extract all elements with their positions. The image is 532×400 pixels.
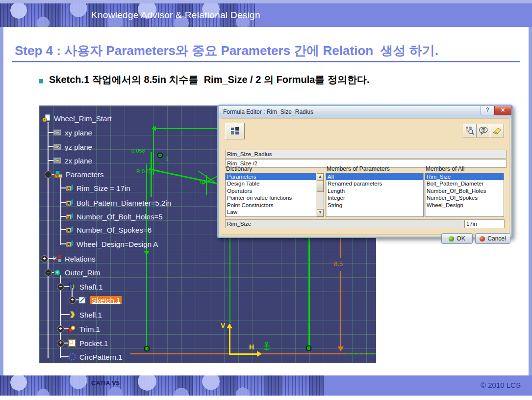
tree-item-label[interactable]: Shell.1 <box>79 311 102 319</box>
tree-item-label[interactable]: Trim.1 <box>79 325 100 333</box>
tree-item-wheel-rim-start[interactable]: Wheel_Rim_Start <box>42 113 112 123</box>
v-axis-arrow <box>227 320 232 328</box>
list-item[interactable]: Operators <box>226 187 316 194</box>
sketch-line[interactable] <box>206 175 207 195</box>
tree-expand-icon[interactable]: + <box>57 325 64 333</box>
dialog-titlebar[interactable]: Formula Editor : Rim_Size_Radius <box>219 106 511 118</box>
tree-item-trim-1[interactable]: Trim.1 <box>68 324 100 334</box>
parameter-name-field[interactable] <box>225 150 507 159</box>
scroll-thumb[interactable] <box>317 180 324 192</box>
dimension-line[interactable] <box>340 271 341 349</box>
tree-collapse-icon[interactable]: − <box>57 283 64 291</box>
parameters-icon: C <box>54 170 63 179</box>
tree-item-yz-plane[interactable]: yz plane <box>53 142 92 152</box>
tree-item-label[interactable]: Outer_Rim <box>65 268 101 277</box>
incremental-mode-button[interactable] <box>225 123 245 139</box>
tree-expand-icon[interactable]: + <box>69 296 76 304</box>
v-axis[interactable] <box>229 324 230 355</box>
close-icon[interactable]: ✕ <box>494 106 511 115</box>
members-of-all-list[interactable]: Rim_SizeBolt_Pattern_DiameterNumber_Of_B… <box>425 173 504 217</box>
tree-item-label[interactable]: yz plane <box>65 143 92 151</box>
tree-item-label[interactable]: Rim_Size = 17in <box>76 184 130 192</box>
scroll-up-icon[interactable]: ▲ <box>317 173 324 181</box>
bullet-marker <box>39 79 43 83</box>
tree-item-label[interactable]: Parameters <box>66 170 104 179</box>
tree-item-label[interactable]: Wheel_Rim_Start <box>54 114 112 123</box>
formula-editor-dialog[interactable]: Formula Editor : Rim_Size_Radius ? ✕ <box>217 105 513 238</box>
list-item[interactable]: String <box>326 202 423 209</box>
list-item[interactable]: Wheel_Design <box>425 202 504 209</box>
parameter-icon: B <box>65 184 74 192</box>
list-item[interactable]: All <box>326 173 423 180</box>
constraint-symbol <box>144 346 150 352</box>
sketch-line[interactable] <box>229 235 230 323</box>
svg-text:fx: fx <box>53 255 57 261</box>
list-item[interactable]: Number_Of_Bolt_Holes <box>425 187 504 194</box>
list-item[interactable]: Rim_Size <box>425 173 504 180</box>
formula-graph-button[interactable] <box>463 124 477 137</box>
list-item[interactable]: Point Constructors <box>226 202 316 209</box>
dimension-value[interactable]: 8.5 <box>334 260 343 267</box>
v-axis-label: V <box>221 321 225 329</box>
dimension-line[interactable] <box>340 235 341 258</box>
tree-item-parameters[interactable]: CParameters <box>54 169 104 179</box>
tree-collapse-icon[interactable]: − <box>45 269 52 276</box>
parameter-icon: B <box>65 240 74 248</box>
selected-parameter-field[interactable] <box>225 219 464 228</box>
tree-item-label[interactable]: CircPattern.1 <box>79 353 123 361</box>
tree-item-number-of-bolt-holes-5[interactable]: BNumber_Of_Bolt_Holes=5 <box>65 212 163 221</box>
tree-item-bolt-pattern-diameter-5-2in[interactable]: BBolt_Pattern_Diameter=5.2in <box>65 198 171 208</box>
tree-item-circpattern-1[interactable]: CircPattern.1 <box>68 352 123 362</box>
tree-item-label[interactable]: Bolt_Pattern_Diameter=5.2in <box>76 199 171 207</box>
tree-item-shell-1[interactable]: Shell.1 <box>68 310 102 320</box>
pocket-icon <box>68 339 76 347</box>
tree-item-sketch-1[interactable]: Sketch.1 <box>78 295 122 305</box>
list-item[interactable]: Integer <box>326 194 423 201</box>
tree-item-relations[interactable]: fxRelations <box>53 254 96 264</box>
scroll-down-icon[interactable]: ▼ <box>317 209 324 216</box>
sketch-line[interactable] <box>308 235 310 348</box>
tree-item-shaft-1[interactable]: Shaft.1 <box>68 282 103 292</box>
tree-item-rim-size-17in[interactable]: BRim_Size = 17in <box>65 183 130 193</box>
list-item[interactable]: Parameters <box>226 173 316 180</box>
tree-item-label[interactable]: Pocket.1 <box>79 339 108 347</box>
tree-item-pocket-1[interactable]: Pocket.1 <box>68 338 108 348</box>
tree-item-xy-plane[interactable]: xy plane <box>53 128 92 137</box>
tree-collapse-icon[interactable]: − <box>45 171 52 178</box>
sketch-line[interactable] <box>153 126 154 175</box>
list-item[interactable]: Design Table <box>226 180 316 187</box>
tree-item-label[interactable]: Number_Of_Bolt_Holes=5 <box>76 213 163 221</box>
ok-button[interactable]: OK <box>441 233 473 244</box>
list-item[interactable]: Bolt_Pattern_Diameter <box>425 180 504 187</box>
tree-expand-icon[interactable]: + <box>41 255 48 263</box>
list-item[interactable]: Pointer on value functions <box>226 194 316 201</box>
ok-dot-icon <box>449 236 454 241</box>
h-axis[interactable] <box>229 353 258 355</box>
list-item[interactable]: Renamed parameters <box>326 180 423 187</box>
tree-item-outer-rim[interactable]: Outer_Rim <box>53 267 101 277</box>
list-item[interactable]: Number_Of_Spokes <box>425 194 504 201</box>
tree-item-label[interactable]: Sketch.1 <box>90 296 122 304</box>
language-browser-button[interactable] <box>477 124 490 137</box>
help-button[interactable]: ? <box>481 106 494 115</box>
scrollbar[interactable]: ▲ ▼ <box>316 173 324 216</box>
tree-item-wheel-design-design-a[interactable]: BWheel_Design=Design A <box>65 239 158 249</box>
tree-expand-icon[interactable]: + <box>57 340 64 347</box>
tree-item-number-of-spokes-6[interactable]: BNumber_Of_Spokes=6 <box>65 225 152 235</box>
tree-item-label[interactable]: Relations <box>65 255 96 263</box>
members-of-parameters-list[interactable]: AllRenamed parametersLengthIntegerString <box>326 173 424 217</box>
tree-item-label[interactable]: Number_Of_Spokes=6 <box>76 226 152 234</box>
list-item[interactable]: Length <box>326 187 423 194</box>
tree-item-label[interactable]: xy plane <box>65 129 92 137</box>
sketch-line[interactable] <box>151 152 152 197</box>
parameter-value-field[interactable] <box>464 219 505 228</box>
tree-item-label[interactable]: Shaft.1 <box>79 283 103 291</box>
tree-item-zx-plane[interactable]: zx plane <box>53 156 92 165</box>
cancel-button[interactable]: Cancel <box>475 233 510 244</box>
tree-item-label[interactable]: zx plane <box>65 157 92 165</box>
eraser-button[interactable] <box>490 124 504 137</box>
sketch-icon <box>78 295 87 304</box>
tree-item-label[interactable]: Wheel_Design=Design A <box>76 240 158 248</box>
svg-text:B: B <box>67 201 71 206</box>
sketch-dim-text: R 0.157 <box>136 168 155 174</box>
